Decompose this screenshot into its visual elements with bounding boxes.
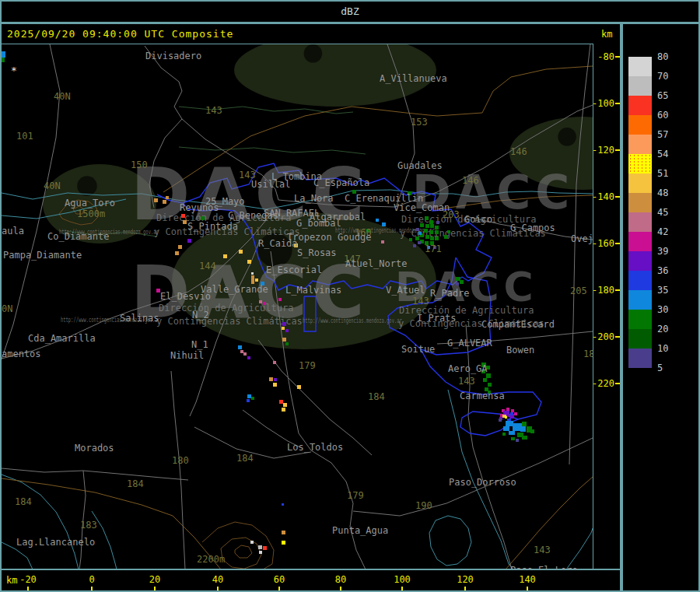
place-label: Carmensa [460, 391, 505, 401]
legend-tick-label: 70 [657, 70, 668, 82]
radar-echo-pixel [285, 329, 289, 332]
place-label: Atuel_Norte [345, 258, 407, 269]
road-number-label: 18 [583, 349, 593, 359]
legend-swatch [628, 154, 652, 173]
radar-echo-pixel [522, 436, 527, 440]
radar-echo-pixel [460, 280, 464, 284]
radar-echo-pixel [409, 238, 412, 241]
place-label: Nihuil [170, 350, 204, 361]
x-axis-tick [91, 587, 93, 591]
radar-echo-pixel [282, 408, 285, 412]
legend-tick-label: 36 [657, 264, 668, 277]
radar-echo-pixel [483, 378, 487, 382]
radar-echo-pixel [435, 236, 439, 240]
place-label: La_Nora [294, 193, 334, 204]
legend-tick-label: 39 [657, 245, 668, 257]
radar-echo-pixel [2, 51, 5, 58]
radar-echo-pixel [247, 260, 251, 264]
road-number-label: 205 [570, 285, 587, 296]
legend-tick-label: 20 [657, 323, 668, 335]
dacc-logo-detail [77, 176, 97, 196]
road-number-label: 143 [412, 296, 429, 307]
place-label: Tropezon Goudge [287, 232, 371, 243]
place-label: G_Campos [510, 222, 555, 233]
place-label: Oveje [571, 233, 593, 244]
place-label: Punta_Agua [332, 525, 388, 536]
place-label: Bowen [506, 345, 534, 356]
radar-echo-pixel [420, 223, 424, 227]
legend-tick-label: 60 [657, 109, 668, 121]
radar-echo-pixel [381, 240, 384, 243]
place-label: Divisadero [145, 51, 201, 61]
radar-echo-pixel [444, 235, 448, 239]
y-axis-tick-label: -100 [592, 97, 614, 110]
x-axis-tick-label: -20 [9, 574, 47, 585]
radar-echo-pixel [488, 383, 492, 387]
place-label: Cda_Amarilla [28, 333, 96, 344]
dacc-logo-detail [304, 44, 323, 63]
radar-echo-pixel [251, 275, 254, 284]
radar-echo-pixel [175, 251, 179, 255]
legend-swatch [628, 329, 652, 349]
radar-echo-pixel [282, 327, 285, 330]
radar-echo-pixel [436, 221, 439, 224]
road-number-label: 146 [462, 175, 479, 186]
place-label: Valle_Grande [201, 284, 268, 295]
radar-echo-pixel [285, 342, 289, 345]
radar-echo-pixel [456, 282, 459, 285]
radar-echo-pixel [163, 200, 166, 204]
radar-echo-pixel [274, 378, 277, 381]
legend-tick-label: 54 [657, 148, 668, 160]
road-number-label: 1500m [77, 208, 105, 219]
legend-tick-label: 65 [657, 89, 668, 102]
y-axis-unit-label: km [601, 29, 612, 40]
legend-swatch [628, 349, 652, 368]
x-axis-tick-label: 40 [198, 574, 237, 585]
radar-echo-pixel [382, 222, 386, 226]
legend-swatch [628, 193, 652, 212]
elevation-contour [235, 545, 252, 558]
radar-echo-pixel [251, 272, 254, 275]
radar-echo-pixel [418, 232, 422, 235]
x-axis-tick [278, 587, 280, 591]
radar-echo-pixel [376, 219, 379, 222]
radar-echo-pixel [520, 426, 526, 432]
road [258, 340, 372, 455]
road-number-label: 0N [2, 303, 12, 314]
road-number-label: 184 [236, 453, 254, 464]
place-label: N_2 [192, 310, 209, 321]
legend-swatch [628, 271, 652, 290]
place-label: A_Villanueva [380, 73, 447, 84]
x-axis-tick [401, 587, 403, 591]
radar-echo-pixel [511, 437, 515, 440]
legend-tick-label: 10 [657, 342, 668, 355]
road-number-label: 184 [15, 496, 32, 507]
radar-echo-pixel [273, 361, 276, 364]
radar-map[interactable]: DACCDACCDACCDACCDirección de Agricultura… [2, 44, 593, 569]
road-number-label: 184 [368, 391, 385, 402]
road-number-label: 179 [299, 360, 316, 371]
road-number-label: 143 [534, 545, 551, 555]
y-axis-tick-label: -180 [592, 284, 614, 296]
legend-swatch [628, 232, 652, 251]
road-number-label: 180 [172, 455, 189, 466]
radar-echo-pixel [269, 377, 273, 381]
place-label: Goico [464, 214, 492, 225]
radar-echo-pixel [178, 245, 182, 249]
place-label: L_Malvinas [285, 285, 341, 296]
watermark-url: http://www.contingencias.mendoza.gov.ar [303, 317, 402, 324]
radar-echo-pixel [429, 230, 433, 234]
legend-swatch [628, 251, 652, 271]
radar-echo-pixel [530, 429, 534, 433]
x-axis-tick-label: 20 [135, 574, 174, 585]
radar-echo-pixel [263, 546, 267, 550]
radar-echo-pixel [435, 226, 439, 229]
radar-echo-pixel [183, 220, 187, 224]
dacc-logo-detail [558, 128, 576, 146]
radar-echo-pixel [166, 196, 169, 199]
legend-swatch [628, 310, 652, 329]
legend-swatch [628, 115, 652, 135]
y-axis-tick-label: -200 [592, 331, 614, 343]
radar-echo-pixel [447, 230, 450, 233]
legend-swatch [628, 290, 652, 310]
